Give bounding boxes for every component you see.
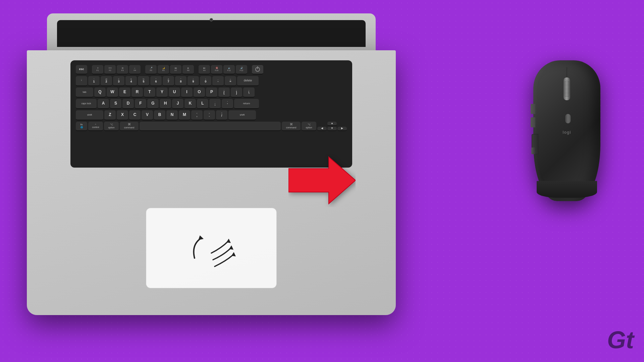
key-g[interactable]: G <box>147 99 159 109</box>
key-return[interactable]: return <box>234 99 259 109</box>
mouse-side-button-1[interactable] <box>531 104 535 114</box>
key-caps-lock[interactable]: caps lock <box>76 99 97 109</box>
key-backslash[interactable]: | \ <box>243 87 255 98</box>
key-shift-right[interactable]: shift <box>228 110 256 120</box>
key-2[interactable]: @ 2 <box>101 76 112 86</box>
laptop-screen <box>57 20 366 47</box>
key-option-left[interactable]: ⌥ option <box>104 122 119 131</box>
key-slash[interactable]: ? / <box>216 110 227 120</box>
key-bracket-right[interactable]: } ] <box>231 87 242 98</box>
a-row: caps lock A S D F G H J K L : ; <box>76 99 347 109</box>
key-o[interactable]: O <box>194 87 205 98</box>
fn-group-2: 🎤 F5 🌙 F6 ⏮ F7 ⏯ F8 <box>145 65 194 74</box>
key-bracket-left[interactable]: { [ <box>218 87 230 98</box>
key-8[interactable]: * 8 <box>175 76 186 86</box>
key-k[interactable]: K <box>184 99 196 109</box>
key-fn[interactable]: fn 🌐 <box>76 122 87 131</box>
key-f11[interactable]: 🔉 F11 <box>223 65 235 74</box>
key-q[interactable]: Q <box>94 87 106 98</box>
key-option-right[interactable]: ⌥ option <box>302 122 316 131</box>
key-d[interactable]: D <box>122 99 134 109</box>
key-s[interactable]: S <box>110 99 121 109</box>
key-arrow-down[interactable]: ▼ <box>327 127 337 131</box>
key-f10[interactable]: 🔇 F10 <box>211 65 222 74</box>
key-f12[interactable]: 🔊 F12 <box>236 65 247 74</box>
fn-row: esc ☀ F1 ☀☀ F2 ⊞ <box>76 65 347 74</box>
svg-marker-4 <box>288 157 356 204</box>
key-j[interactable]: J <box>172 99 183 109</box>
key-f9[interactable]: ⏭ F9 <box>199 65 210 74</box>
key-c[interactable]: C <box>129 110 141 120</box>
key-comma[interactable]: < , <box>191 110 203 120</box>
key-f5[interactable]: 🎤 F5 <box>145 65 157 74</box>
key-4[interactable]: $ 4 <box>125 76 137 86</box>
fn-group-3: ⏭ F9 🔇 F10 🔉 F11 🔊 F1 <box>199 65 247 74</box>
mouse-side-button-2[interactable] <box>531 117 535 127</box>
key-6[interactable]: ^ 6 <box>150 76 162 86</box>
svg-marker-2 <box>229 245 233 250</box>
key-m[interactable]: M <box>179 110 190 120</box>
key-5[interactable]: % 5 <box>138 76 149 86</box>
key-shift-left[interactable]: shift <box>76 110 103 120</box>
mouse-hscroll-wheel[interactable] <box>565 114 571 123</box>
arrow-cluster: ▲ ◀ ▼ ▶ <box>317 122 347 131</box>
key-v[interactable]: V <box>142 110 153 120</box>
key-equal[interactable]: + = <box>225 76 236 86</box>
key-f[interactable]: F <box>135 99 146 109</box>
key-z[interactable]: Z <box>104 110 116 120</box>
key-3[interactable]: # 3 <box>113 76 124 86</box>
key-command-left[interactable]: ⌘ command <box>120 122 139 131</box>
key-n[interactable]: N <box>166 110 178 120</box>
key-e[interactable]: E <box>119 87 130 98</box>
key-u[interactable]: U <box>169 87 180 98</box>
key-f4[interactable]: ⌕ F4 <box>129 65 141 74</box>
mouse-brand-text: logi <box>562 130 571 135</box>
key-a[interactable]: A <box>98 99 109 109</box>
key-period[interactable]: > . <box>204 110 215 120</box>
key-w[interactable]: W <box>107 87 118 98</box>
key-f8[interactable]: ⏯ F8 <box>182 65 194 74</box>
key-control[interactable]: ^ control <box>88 122 103 131</box>
key-7[interactable]: & 7 <box>163 76 174 86</box>
key-f6[interactable]: 🌙 F6 <box>158 65 169 74</box>
key-y[interactable]: Y <box>156 87 168 98</box>
fn-group-1: ☀ F1 ☀☀ F2 ⊞ F3 ⌕ F4 <box>92 65 141 74</box>
key-t[interactable]: T <box>144 87 155 98</box>
power-icon <box>255 67 260 72</box>
key-esc[interactable]: esc <box>76 65 87 74</box>
key-9[interactable]: ( 9 <box>187 76 199 86</box>
key-arrow-up[interactable]: ▲ <box>327 122 337 126</box>
key-f1[interactable]: ☀ F1 <box>92 65 103 74</box>
key-r[interactable]: R <box>131 87 143 98</box>
key-f7[interactable]: ⏮ F7 <box>170 65 181 74</box>
key-b[interactable]: B <box>154 110 165 120</box>
key-arrow-left[interactable]: ◀ <box>317 127 327 131</box>
key-minus[interactable]: _ - <box>212 76 224 86</box>
key-1[interactable]: ! 1 <box>88 76 100 86</box>
key-p[interactable]: P <box>206 87 217 98</box>
mouse-logo-area: logi <box>557 127 577 137</box>
key-command-right[interactable]: ⌘ command <box>282 122 301 131</box>
key-quote[interactable]: " ' <box>222 99 233 109</box>
key-delete[interactable]: delete <box>237 76 259 86</box>
key-i[interactable]: I <box>181 87 193 98</box>
key-tab[interactable]: tab <box>76 87 93 98</box>
key-x[interactable]: X <box>117 110 128 120</box>
q-row: tab Q W E R T Y U I O P { [ <box>76 87 347 98</box>
key-l[interactable]: L <box>197 99 208 109</box>
power-key[interactable] <box>252 65 263 74</box>
arrow-right <box>288 154 356 208</box>
key-h[interactable]: H <box>160 99 171 109</box>
mouse-side-button-3[interactable] <box>531 147 535 154</box>
key-semicolon[interactable]: : ; <box>209 99 221 109</box>
key-0[interactable]: ) 0 <box>200 76 211 86</box>
mouse-scroll-wheel[interactable] <box>563 77 571 101</box>
key-space[interactable] <box>140 122 281 131</box>
key-backtick[interactable]: ~ ` <box>76 76 87 86</box>
gt-logo-text: Gt <box>607 328 634 352</box>
key-f2[interactable]: ☀☀ F2 <box>104 65 116 74</box>
key-arrow-right[interactable]: ▶ <box>337 127 347 131</box>
keyboard: esc ☀ F1 ☀☀ F2 ⊞ <box>70 60 352 168</box>
modifier-row: fn 🌐 ^ control ⌥ option ⌘ command <box>76 122 347 131</box>
key-f3[interactable]: ⊞ F3 <box>117 65 128 74</box>
